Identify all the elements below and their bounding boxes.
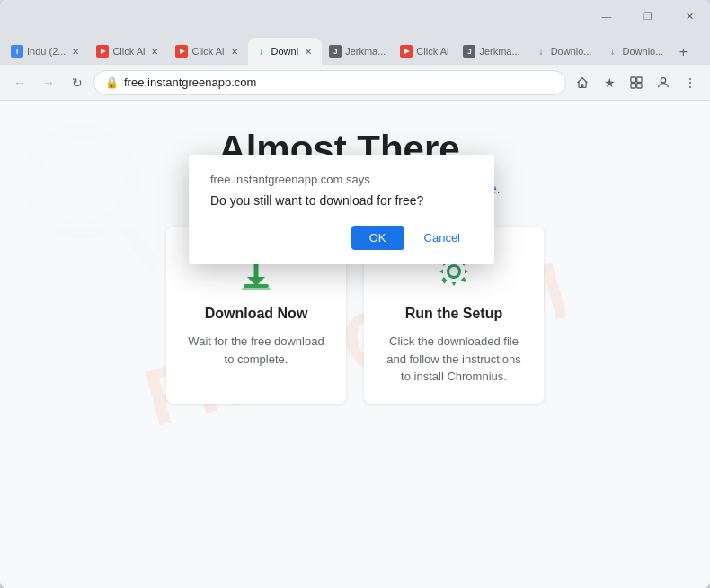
url-text: free.instantgreenapp.com [124,76,555,89]
tab-downl2[interactable]: ↓ Downlo... [528,38,599,65]
window-controls: — ❐ ✕ [586,0,710,32]
tab-indu[interactable]: I Indu (2... ✕ [4,38,89,65]
tab-favicon-jerk2: J [463,45,475,58]
tab-title-jerk2: Jerkma... [479,46,519,57]
tab-favicon-indu: I [11,45,23,58]
tab-favicon-click3: ▶ [400,45,413,58]
dialog-message: Do you still want to download for free? [210,193,473,208]
address-bar: ← → ↻ 🔒 free.instantgreenapp.com ★ [0,65,710,101]
card-download-desc: Wait for the free download to complete. [184,333,328,368]
back-button[interactable]: ← [7,70,32,95]
tab-close-click1[interactable]: ✕ [148,45,161,58]
tab-favicon-click2: ▶ [175,45,188,58]
tab-click3[interactable]: ▶ Click Al [393,38,456,65]
tab-title-downl3: Downlo... [623,46,664,57]
tab-jerk1[interactable]: J Jerkma... [322,38,393,65]
browser-window: — ❐ ✕ I Indu (2... ✕ ▶ Click Al ✕ ▶ Clic… [0,0,710,588]
tab-favicon-downl: ↓ [255,45,268,58]
address-input[interactable]: 🔒 free.instantgreenapp.com [93,70,566,95]
toolbar-icons: ★ ⋮ [570,70,703,95]
tab-favicon-click1: ▶ [96,45,109,58]
svg-rect-2 [631,83,635,87]
dialog-origin: free.instantgreenapp.com says [210,173,473,186]
svg-rect-0 [631,77,635,82]
restore-button[interactable]: ❐ [627,0,669,32]
title-bar: — ❐ ✕ [0,0,710,32]
dialog-buttons: OK Cancel [210,226,473,250]
tab-jerk2[interactable]: J Jerkma... [456,38,527,65]
tab-title-click1: Click Al [112,46,145,57]
tab-close-click2[interactable]: ✕ [228,45,241,58]
tabs-bar: I Indu (2... ✕ ▶ Click Al ✕ ▶ Click Al ✕… [0,32,710,65]
tab-favicon-downl3: ↓ [607,45,619,58]
close-button[interactable]: ✕ [669,0,710,32]
svg-point-4 [661,77,665,82]
lock-icon: 🔒 [105,76,119,89]
dialog-ok-button[interactable]: OK [351,226,404,250]
card-download-title: Download Now [205,306,308,322]
tab-downl[interactable]: ↓ Downl ✕ [248,38,323,65]
menu-icon[interactable]: ⋮ [678,70,703,95]
tab-click1[interactable]: ▶ Click Al ✕ [89,38,168,65]
extensions-icon[interactable] [624,70,649,95]
tab-favicon-downl2: ↓ [535,45,547,58]
tab-title-click3: Click Al [416,46,448,57]
svg-rect-9 [242,288,271,290]
tab-title-jerk1: Jerkma... [345,46,386,57]
svg-rect-3 [637,83,642,87]
star-icon[interactable]: ★ [597,70,622,95]
svg-rect-8 [244,284,269,288]
minimize-button[interactable]: — [586,0,627,32]
tab-title-downl: Downl [271,46,299,57]
tab-title-downl2: Downlo... [551,46,592,57]
tab-title-indu: Indu (2... [27,46,66,57]
tab-title-click2: Click Al [191,46,224,57]
tab-close-indu[interactable]: ✕ [69,45,82,58]
new-tab-button[interactable]: + [670,40,696,65]
reload-button[interactable]: ↻ [65,70,90,95]
dialog-box: free.instantgreenapp.com says Do you sti… [189,155,494,264]
dialog-cancel-button[interactable]: Cancel [412,226,473,250]
svg-rect-1 [637,77,642,82]
tab-close-downl[interactable]: ✕ [302,45,315,58]
tab-downl3[interactable]: ↓ Downlo... [599,38,671,65]
card-setup-title: Run the Setup [405,306,502,322]
tab-favicon-jerk1: J [329,45,342,58]
page-content: FISH•CALM Almost There... If your downlo… [0,101,710,588]
svg-point-10 [449,267,458,276]
bookmark-icon[interactable] [570,70,595,95]
forward-button[interactable]: → [36,70,61,95]
card-setup-desc: Click the downloaded file and follow the… [382,333,526,386]
tab-click2[interactable]: ▶ Click Al ✕ [168,38,247,65]
profile-icon[interactable] [651,70,676,95]
